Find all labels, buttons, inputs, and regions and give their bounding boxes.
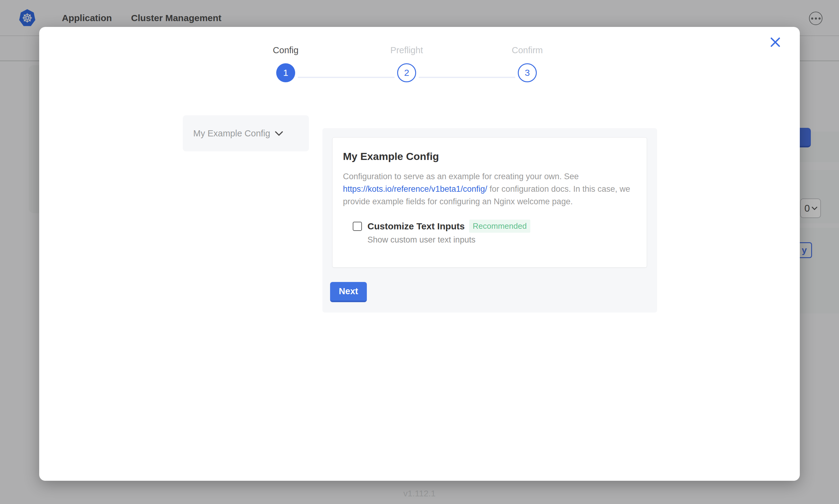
step-number: 1: [283, 68, 288, 77]
config-docs-link[interactable]: https://kots.io/reference/v1beta1/config…: [343, 184, 487, 194]
step-confirm: Confirm 3: [481, 45, 573, 82]
chevron-down-icon: [275, 131, 283, 136]
config-group-title: My Example Config: [343, 150, 636, 162]
checkbox-label: Customize Text Inputs: [367, 221, 465, 232]
config-group-card: My Example Config Configuration to serve…: [332, 137, 647, 268]
screen: ☸ Application Cluster Management 0 y v1.…: [0, 0, 839, 504]
config-group-description: Configuration to serve as an example for…: [343, 170, 646, 208]
step-circle-active: 1: [276, 63, 295, 82]
step-circle: 3: [518, 63, 537, 82]
recommended-badge: Recommended: [469, 220, 530, 233]
description-text: Configuration to serve as an example for…: [343, 172, 579, 181]
step-number: 3: [525, 68, 530, 77]
config-group-selector[interactable]: My Example Config: [183, 115, 309, 151]
config-group-selector-label: My Example Config: [193, 128, 270, 139]
customize-text-inputs-row: Customize Text Inputs Recommended: [353, 220, 636, 233]
checkbox-help-text: Show custom user text inputs: [367, 235, 636, 245]
close-icon[interactable]: [769, 36, 782, 48]
customize-text-inputs-checkbox[interactable]: [353, 222, 362, 231]
step-number: 2: [404, 68, 409, 77]
step-label: Config: [240, 45, 331, 55]
step-label: Confirm: [481, 45, 573, 55]
next-button[interactable]: Next: [330, 282, 367, 302]
step-label: Preflight: [361, 45, 452, 55]
step-circle: 2: [397, 63, 416, 82]
config-wizard-modal: Config 1 Preflight 2 Confirm 3 My Exampl…: [39, 27, 800, 481]
